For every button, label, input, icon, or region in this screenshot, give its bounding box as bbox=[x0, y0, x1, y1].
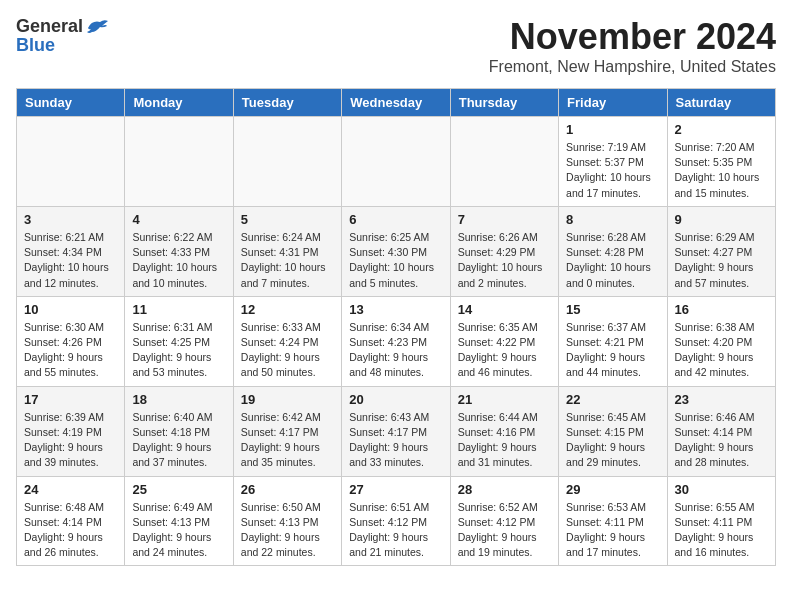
day-info: Sunrise: 6:22 AM Sunset: 4:33 PM Dayligh… bbox=[132, 230, 225, 291]
table-row: 19Sunrise: 6:42 AM Sunset: 4:17 PM Dayli… bbox=[233, 386, 341, 476]
day-info: Sunrise: 6:44 AM Sunset: 4:16 PM Dayligh… bbox=[458, 410, 551, 471]
table-row: 4Sunrise: 6:22 AM Sunset: 4:33 PM Daylig… bbox=[125, 206, 233, 296]
day-info: Sunrise: 6:30 AM Sunset: 4:26 PM Dayligh… bbox=[24, 320, 117, 381]
col-wednesday: Wednesday bbox=[342, 89, 450, 117]
table-row: 16Sunrise: 6:38 AM Sunset: 4:20 PM Dayli… bbox=[667, 296, 775, 386]
calendar-week-row: 1Sunrise: 7:19 AM Sunset: 5:37 PM Daylig… bbox=[17, 117, 776, 207]
table-row: 5Sunrise: 6:24 AM Sunset: 4:31 PM Daylig… bbox=[233, 206, 341, 296]
day-info: Sunrise: 6:33 AM Sunset: 4:24 PM Dayligh… bbox=[241, 320, 334, 381]
day-number: 26 bbox=[241, 482, 334, 497]
day-info: Sunrise: 6:53 AM Sunset: 4:11 PM Dayligh… bbox=[566, 500, 659, 561]
table-row bbox=[450, 117, 558, 207]
col-monday: Monday bbox=[125, 89, 233, 117]
day-number: 3 bbox=[24, 212, 117, 227]
calendar-header-row: Sunday Monday Tuesday Wednesday Thursday… bbox=[17, 89, 776, 117]
day-number: 22 bbox=[566, 392, 659, 407]
table-row: 1Sunrise: 7:19 AM Sunset: 5:37 PM Daylig… bbox=[559, 117, 667, 207]
day-number: 15 bbox=[566, 302, 659, 317]
table-row: 27Sunrise: 6:51 AM Sunset: 4:12 PM Dayli… bbox=[342, 476, 450, 566]
day-number: 11 bbox=[132, 302, 225, 317]
table-row: 29Sunrise: 6:53 AM Sunset: 4:11 PM Dayli… bbox=[559, 476, 667, 566]
day-info: Sunrise: 6:31 AM Sunset: 4:25 PM Dayligh… bbox=[132, 320, 225, 381]
table-row: 24Sunrise: 6:48 AM Sunset: 4:14 PM Dayli… bbox=[17, 476, 125, 566]
day-number: 4 bbox=[132, 212, 225, 227]
col-thursday: Thursday bbox=[450, 89, 558, 117]
title-block: November 2024 Fremont, New Hampshire, Un… bbox=[489, 16, 776, 76]
day-info: Sunrise: 6:35 AM Sunset: 4:22 PM Dayligh… bbox=[458, 320, 551, 381]
day-info: Sunrise: 6:39 AM Sunset: 4:19 PM Dayligh… bbox=[24, 410, 117, 471]
table-row: 28Sunrise: 6:52 AM Sunset: 4:12 PM Dayli… bbox=[450, 476, 558, 566]
day-number: 23 bbox=[675, 392, 768, 407]
day-info: Sunrise: 6:55 AM Sunset: 4:11 PM Dayligh… bbox=[675, 500, 768, 561]
day-info: Sunrise: 6:37 AM Sunset: 4:21 PM Dayligh… bbox=[566, 320, 659, 381]
day-number: 28 bbox=[458, 482, 551, 497]
table-row bbox=[342, 117, 450, 207]
day-info: Sunrise: 6:28 AM Sunset: 4:28 PM Dayligh… bbox=[566, 230, 659, 291]
day-number: 1 bbox=[566, 122, 659, 137]
table-row: 15Sunrise: 6:37 AM Sunset: 4:21 PM Dayli… bbox=[559, 296, 667, 386]
day-info: Sunrise: 6:40 AM Sunset: 4:18 PM Dayligh… bbox=[132, 410, 225, 471]
logo-general: General bbox=[16, 16, 83, 37]
day-info: Sunrise: 6:24 AM Sunset: 4:31 PM Dayligh… bbox=[241, 230, 334, 291]
col-tuesday: Tuesday bbox=[233, 89, 341, 117]
table-row: 11Sunrise: 6:31 AM Sunset: 4:25 PM Dayli… bbox=[125, 296, 233, 386]
table-row: 26Sunrise: 6:50 AM Sunset: 4:13 PM Dayli… bbox=[233, 476, 341, 566]
day-number: 29 bbox=[566, 482, 659, 497]
table-row: 12Sunrise: 6:33 AM Sunset: 4:24 PM Dayli… bbox=[233, 296, 341, 386]
table-row: 13Sunrise: 6:34 AM Sunset: 4:23 PM Dayli… bbox=[342, 296, 450, 386]
table-row: 10Sunrise: 6:30 AM Sunset: 4:26 PM Dayli… bbox=[17, 296, 125, 386]
day-info: Sunrise: 7:20 AM Sunset: 5:35 PM Dayligh… bbox=[675, 140, 768, 201]
day-number: 14 bbox=[458, 302, 551, 317]
day-number: 19 bbox=[241, 392, 334, 407]
day-info: Sunrise: 6:46 AM Sunset: 4:14 PM Dayligh… bbox=[675, 410, 768, 471]
day-info: Sunrise: 6:51 AM Sunset: 4:12 PM Dayligh… bbox=[349, 500, 442, 561]
day-number: 13 bbox=[349, 302, 442, 317]
logo-bird-icon bbox=[86, 18, 108, 36]
table-row: 23Sunrise: 6:46 AM Sunset: 4:14 PM Dayli… bbox=[667, 386, 775, 476]
day-info: Sunrise: 6:52 AM Sunset: 4:12 PM Dayligh… bbox=[458, 500, 551, 561]
table-row bbox=[17, 117, 125, 207]
calendar-week-row: 17Sunrise: 6:39 AM Sunset: 4:19 PM Dayli… bbox=[17, 386, 776, 476]
day-number: 17 bbox=[24, 392, 117, 407]
calendar-table: Sunday Monday Tuesday Wednesday Thursday… bbox=[16, 88, 776, 566]
day-info: Sunrise: 6:21 AM Sunset: 4:34 PM Dayligh… bbox=[24, 230, 117, 291]
day-number: 9 bbox=[675, 212, 768, 227]
table-row: 21Sunrise: 6:44 AM Sunset: 4:16 PM Dayli… bbox=[450, 386, 558, 476]
day-info: Sunrise: 6:38 AM Sunset: 4:20 PM Dayligh… bbox=[675, 320, 768, 381]
day-number: 7 bbox=[458, 212, 551, 227]
day-info: Sunrise: 6:42 AM Sunset: 4:17 PM Dayligh… bbox=[241, 410, 334, 471]
logo-blue: Blue bbox=[16, 35, 55, 56]
calendar-week-row: 24Sunrise: 6:48 AM Sunset: 4:14 PM Dayli… bbox=[17, 476, 776, 566]
day-number: 24 bbox=[24, 482, 117, 497]
day-info: Sunrise: 6:26 AM Sunset: 4:29 PM Dayligh… bbox=[458, 230, 551, 291]
day-info: Sunrise: 6:29 AM Sunset: 4:27 PM Dayligh… bbox=[675, 230, 768, 291]
day-number: 27 bbox=[349, 482, 442, 497]
day-number: 12 bbox=[241, 302, 334, 317]
page-header: General Blue November 2024 Fremont, New … bbox=[16, 16, 776, 76]
col-friday: Friday bbox=[559, 89, 667, 117]
day-info: Sunrise: 6:45 AM Sunset: 4:15 PM Dayligh… bbox=[566, 410, 659, 471]
day-number: 21 bbox=[458, 392, 551, 407]
day-info: Sunrise: 6:25 AM Sunset: 4:30 PM Dayligh… bbox=[349, 230, 442, 291]
logo: General Blue bbox=[16, 16, 108, 56]
calendar-week-row: 10Sunrise: 6:30 AM Sunset: 4:26 PM Dayli… bbox=[17, 296, 776, 386]
table-row bbox=[125, 117, 233, 207]
table-row: 3Sunrise: 6:21 AM Sunset: 4:34 PM Daylig… bbox=[17, 206, 125, 296]
day-info: Sunrise: 6:34 AM Sunset: 4:23 PM Dayligh… bbox=[349, 320, 442, 381]
day-number: 20 bbox=[349, 392, 442, 407]
table-row: 30Sunrise: 6:55 AM Sunset: 4:11 PM Dayli… bbox=[667, 476, 775, 566]
page-subtitle: Fremont, New Hampshire, United States bbox=[489, 58, 776, 76]
day-number: 25 bbox=[132, 482, 225, 497]
table-row bbox=[233, 117, 341, 207]
table-row: 9Sunrise: 6:29 AM Sunset: 4:27 PM Daylig… bbox=[667, 206, 775, 296]
day-number: 8 bbox=[566, 212, 659, 227]
table-row: 18Sunrise: 6:40 AM Sunset: 4:18 PM Dayli… bbox=[125, 386, 233, 476]
day-info: Sunrise: 6:50 AM Sunset: 4:13 PM Dayligh… bbox=[241, 500, 334, 561]
day-info: Sunrise: 6:43 AM Sunset: 4:17 PM Dayligh… bbox=[349, 410, 442, 471]
calendar-week-row: 3Sunrise: 6:21 AM Sunset: 4:34 PM Daylig… bbox=[17, 206, 776, 296]
table-row: 2Sunrise: 7:20 AM Sunset: 5:35 PM Daylig… bbox=[667, 117, 775, 207]
page-title: November 2024 bbox=[489, 16, 776, 58]
day-number: 18 bbox=[132, 392, 225, 407]
day-number: 30 bbox=[675, 482, 768, 497]
table-row: 25Sunrise: 6:49 AM Sunset: 4:13 PM Dayli… bbox=[125, 476, 233, 566]
